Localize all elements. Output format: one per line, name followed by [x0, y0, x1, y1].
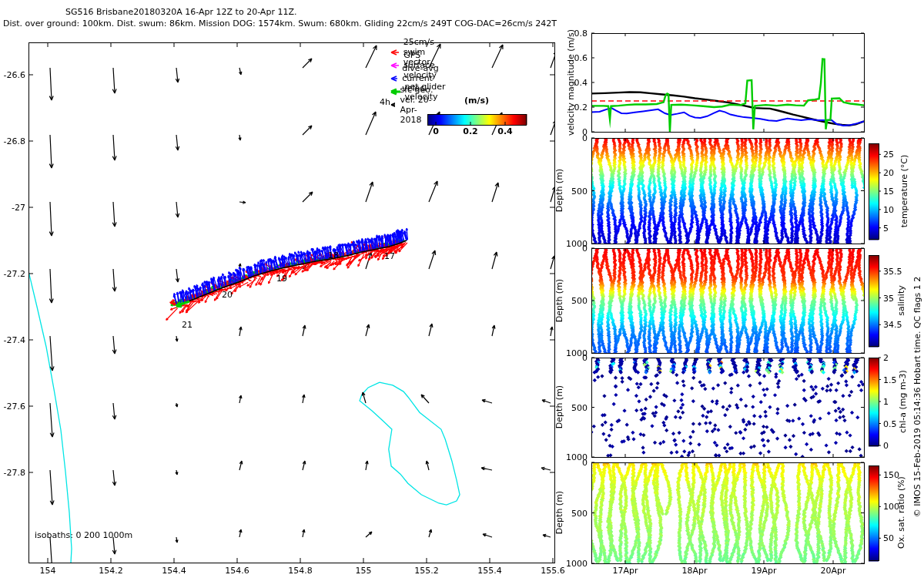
- copyright-note: © IMOS 15-Feb-2019 05:14:36 Hobart time.…: [912, 277, 922, 517]
- map-y-tick-label: -27.2: [4, 269, 25, 279]
- date-tick-label: 17Apr: [612, 566, 638, 576]
- colorbar-tick-label: 50: [883, 533, 894, 543]
- isobaths-note: isobaths: 0 200 1000m: [35, 530, 132, 540]
- map-x-tick-label: 154.6: [225, 566, 249, 576]
- colorbar-tick-label: 34.5: [883, 320, 902, 330]
- velocity-y-tick-label: 0.4: [574, 78, 588, 88]
- legend-colorbar-title: (m/s): [464, 96, 489, 106]
- map-x-tick-label: 155.2: [414, 566, 439, 576]
- legend-colorbar-tick-label: 0.2: [463, 126, 478, 136]
- salinity-colorbar-label: salinity: [896, 285, 906, 315]
- depth-axis-label-salinity: Depth (m): [554, 279, 564, 322]
- legend-arrow-icon: [388, 62, 399, 69]
- depth-axis-label-temperature: Depth (m): [554, 169, 564, 212]
- colorbar-tick-label: 1: [883, 397, 889, 407]
- map-y-tick-label: -27.8: [4, 468, 25, 478]
- velocity-y-tick-label: 0.2: [574, 102, 588, 113]
- dive-number-label: 17: [384, 251, 395, 261]
- map-y-tick-label: -27: [12, 203, 25, 213]
- map-x-tick-label: 154.2: [99, 566, 123, 576]
- legend-arrow-icon: [388, 88, 400, 96]
- map-y-tick-label: -26.6: [4, 70, 25, 80]
- legend-colorbar-tick-label: 0.4: [497, 126, 513, 136]
- map-x-tick-label: 154.8: [288, 566, 313, 576]
- depth-tick-label: 500: [571, 403, 588, 413]
- legend-item: sfc geo. vel. 20-Apr-2018: [388, 98, 436, 111]
- legend-arrow-icon: [388, 49, 399, 56]
- date-tick-label: 20Apr: [820, 566, 845, 576]
- colorbar-tick-label: 20: [883, 168, 894, 178]
- oxygen-colorbar-label: Ox. sat. ratio (%): [896, 476, 906, 549]
- map-y-tick-label: -27.6: [4, 402, 25, 412]
- dive-number-label: 18: [328, 250, 339, 260]
- depth-tick-label: 0: [582, 244, 588, 254]
- figure: SG516 Brisbane20180320A 16-Apr 12Z to 20…: [0, 0, 924, 578]
- figure-subtitle: Dist. over ground: 100km. Dist. swum: 86…: [3, 18, 557, 29]
- colorbar-tick-label: 5: [883, 223, 889, 234]
- date-tick-label: 19Apr: [751, 566, 776, 576]
- depth-tick-label: 500: [571, 296, 588, 306]
- legend-colorbar-tick-label: 0: [433, 126, 439, 136]
- figure-title: SG516 Brisbane20180320A 16-Apr 12Z to 20…: [65, 7, 296, 17]
- dive-number-label: 20: [222, 290, 233, 300]
- colorbar-tick-label: 0.5: [883, 419, 897, 429]
- figure-canvas: [0, 0, 924, 578]
- dive-number-label: 19: [276, 274, 287, 284]
- colorbar-tick-label: 10: [883, 205, 894, 215]
- colorbar-tick-label: 15: [883, 187, 894, 197]
- legend-arrow-icon: [388, 101, 395, 109]
- velocity-y-tick-label: 0.8: [574, 29, 588, 39]
- colorbar-tick-label: 2: [883, 353, 889, 363]
- colorbar-tick-label: 1.5: [883, 375, 897, 385]
- map-x-tick-label: 155: [356, 566, 372, 576]
- depth-tick-label: 500: [571, 509, 588, 519]
- depth-tick-label: 0: [582, 458, 588, 468]
- map-x-tick-label: 155.6: [541, 566, 565, 576]
- colorbar-tick-label: 35: [883, 294, 894, 304]
- date-tick-label: 18Apr: [681, 566, 707, 576]
- chla-colorbar-label: chl-a (mg m-3): [898, 370, 908, 433]
- colorbar-tick-label: 25: [883, 150, 894, 160]
- dive-number-label: 21: [182, 320, 192, 330]
- colorbar-tick-label: 150: [883, 470, 899, 480]
- map-x-tick-label: 154: [40, 566, 56, 576]
- map-x-tick-label: 155.4: [477, 566, 502, 576]
- legend-arrow-icon: [388, 75, 397, 82]
- colorbar-tick-label: 0: [883, 441, 889, 451]
- depth-tick-label: 0: [582, 353, 588, 363]
- depth-tick-label: 0: [582, 133, 588, 143]
- velocity-y-tick-label: 0.6: [574, 53, 588, 63]
- colorbar-tick-label: 35.5: [883, 267, 902, 277]
- depth-axis-label-oxygen: Depth (m): [554, 491, 564, 534]
- temperature-colorbar-label: temperature (°C): [899, 155, 909, 227]
- map-y-tick-label: -27.4: [4, 335, 25, 345]
- depth-axis-label-chla: Depth (m): [554, 385, 564, 428]
- depth-tick-label: 1000: [566, 559, 588, 569]
- map-x-tick-label: 154.4: [162, 566, 186, 576]
- colorbar-tick-label: 100: [883, 502, 899, 512]
- legend-item-label: sfc geo. vel. 20-Apr-2018: [400, 85, 436, 125]
- depth-tick-label: 500: [571, 187, 588, 197]
- map-y-tick-label: -26.8: [4, 136, 25, 146]
